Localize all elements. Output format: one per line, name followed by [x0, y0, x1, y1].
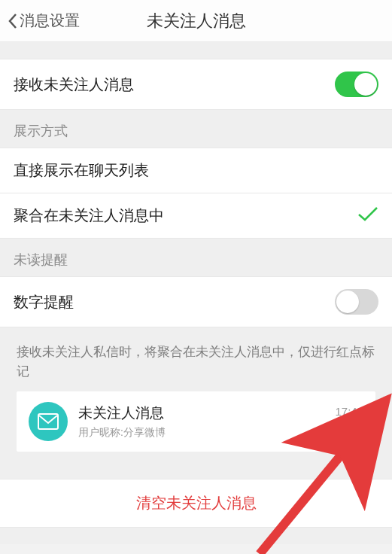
separator — [0, 42, 392, 59]
separator — [0, 468, 392, 479]
receive-toggle[interactable] — [335, 72, 378, 97]
message-subtitle: 用户昵称:分享微博 — [78, 426, 335, 440]
toggle-knob — [354, 73, 377, 96]
toggle-knob — [336, 291, 359, 313]
clear-button[interactable]: 清空未关注人消息 — [0, 479, 392, 528]
back-button[interactable]: 消息设置 — [0, 11, 80, 31]
separator — [0, 528, 392, 544]
envelope-icon — [38, 413, 59, 430]
message-title: 未关注人消息 — [78, 403, 335, 423]
message-right: 17:43 — [335, 405, 363, 439]
receive-label: 接收未关注人消息 — [14, 75, 134, 95]
chevron-left-icon — [8, 13, 18, 29]
unread-red-dot — [356, 428, 363, 436]
page-title: 未关注人消息 — [147, 10, 246, 32]
info-text: 接收未关注人私信时，将聚合在未关注人消息中，仅进行红点标记 — [17, 342, 375, 381]
message-preview-card: 未关注人消息 用户昵称:分享微博 17:43 — [17, 391, 375, 452]
display-option-aggregate[interactable]: 聚合在未关注人消息中 — [0, 193, 392, 239]
option-label: 聚合在未关注人消息中 — [14, 205, 164, 226]
display-option-direct[interactable]: 直接展示在聊天列表 — [0, 148, 392, 193]
back-label: 消息设置 — [20, 11, 80, 31]
svg-rect-0 — [38, 414, 58, 429]
envelope-avatar — [29, 402, 68, 441]
clear-label: 清空未关注人消息 — [136, 495, 257, 511]
message-time: 17:43 — [335, 405, 363, 418]
display-section-header: 展示方式 — [0, 110, 392, 148]
option-label: 直接展示在聊天列表 — [14, 160, 149, 181]
unread-section-header: 未读提醒 — [0, 239, 392, 276]
number-remind-toggle[interactable] — [335, 289, 378, 315]
receive-row[interactable]: 接收未关注人消息 — [0, 59, 392, 110]
number-remind-row[interactable]: 数字提醒 — [0, 276, 392, 327]
header-bar: 消息设置 未关注人消息 — [0, 0, 392, 42]
info-block: 接收未关注人私信时，将聚合在未关注人消息中，仅进行红点标记 未关注人消息 用户昵… — [0, 327, 392, 468]
message-body: 未关注人消息 用户昵称:分享微博 — [78, 403, 335, 440]
number-remind-label: 数字提醒 — [14, 292, 74, 312]
checkmark-icon — [357, 205, 378, 226]
